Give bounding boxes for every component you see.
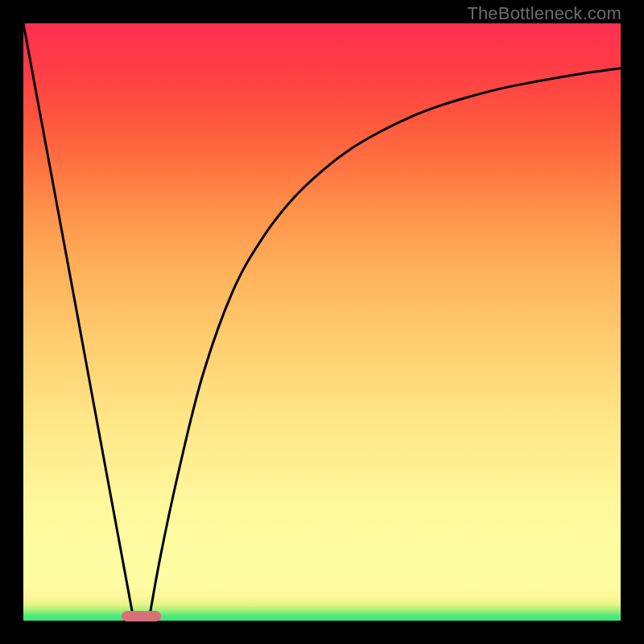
series-right-branch (149, 68, 621, 621)
chart-frame: TheBottleneck.com (0, 0, 644, 644)
bottom-marker (122, 611, 161, 621)
watermark-text: TheBottleneck.com (467, 3, 621, 24)
curve-layer (23, 23, 621, 621)
plot-area (23, 23, 621, 621)
series-left-branch (23, 23, 134, 621)
